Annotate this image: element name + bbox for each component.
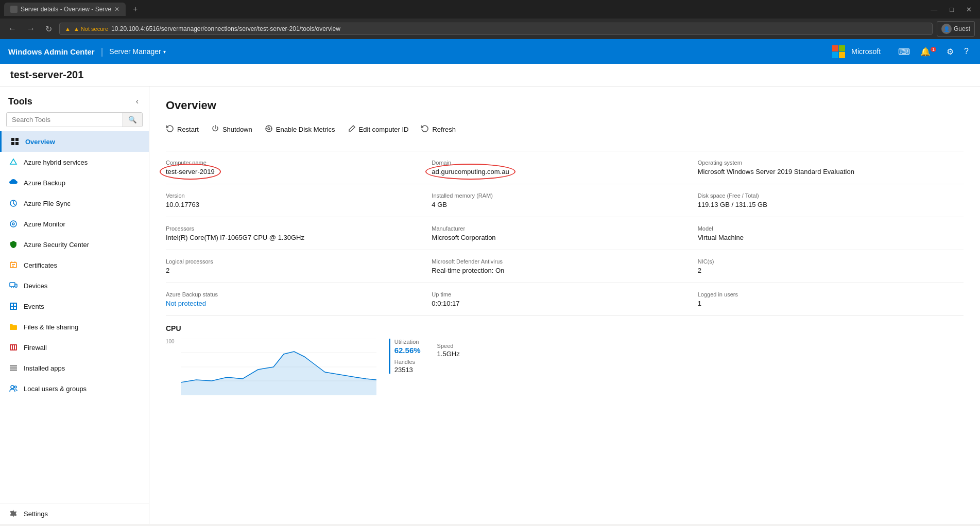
manufacturer-label: Manufacturer (432, 225, 687, 232)
svg-point-6 (10, 221, 16, 227)
sidebar-item-files[interactable]: Files & file sharing (0, 317, 149, 337)
edit-computer-id-button[interactable]: Edit computer ID (348, 122, 409, 136)
account-button[interactable]: 👤 Guest (937, 21, 975, 37)
back-button[interactable]: ← (5, 22, 20, 36)
certificates-icon (8, 260, 19, 270)
search-input[interactable] (7, 113, 123, 127)
sidebar-item-azure-backup[interactable]: Azure Backup (0, 172, 149, 193)
devices-icon (8, 280, 19, 291)
minimize-button[interactable]: — (926, 5, 941, 14)
svg-point-23 (11, 385, 14, 389)
sidebar-item-installed-apps[interactable]: Installed apps (0, 358, 149, 378)
forward-button[interactable]: → (24, 22, 38, 36)
sidebar-item-devices[interactable]: Devices (0, 275, 149, 296)
overview-title: Overview (166, 99, 964, 112)
manufacturer-value: Microsoft Corporation (432, 234, 687, 241)
logical-processors-value: 2 (166, 267, 421, 274)
svg-rect-0 (11, 138, 14, 141)
backup-value[interactable]: Not protected (166, 300, 206, 307)
address-bar[interactable]: ▲ ▲ Not secure 10.20.100.4:6516/serverma… (59, 23, 933, 35)
sidebar-header: Tools ‹ (0, 86, 149, 112)
sidebar-item-events[interactable]: Events (0, 296, 149, 317)
settings-icon[interactable]: ⚙ (943, 45, 957, 59)
sidebar-item-certificates[interactable]: Certificates (0, 255, 149, 275)
sidebar-item-azure-file-sync[interactable]: Azure File Sync (0, 193, 149, 214)
cpu-stat-utilization-group: Utilization 62.56% Handles 23513 (389, 339, 421, 374)
cpu-stats: Utilization 62.56% Handles 23513 Speed 1… (389, 339, 460, 374)
ram-label: Installed memory (RAM) (432, 192, 687, 199)
sidebar-item-firewall[interactable]: Firewall (0, 337, 149, 358)
domain-value: ad.gurucomputing.com.au (432, 168, 687, 176)
sidebar: Tools ‹ 🔍 Overview Azure hybrid services (0, 86, 149, 524)
header-divider: | (101, 46, 104, 57)
azure-security-icon (8, 239, 19, 250)
svg-rect-8 (10, 262, 16, 268)
svg-point-7 (12, 223, 14, 225)
server-manager-label: Server Manager (109, 47, 161, 56)
chevron-down-icon: ▾ (163, 49, 166, 55)
svg-rect-12 (11, 304, 13, 306)
sidebar-item-overview[interactable]: Overview (0, 131, 149, 152)
tab-title: Server details - Overview - Serve (21, 6, 111, 13)
sidebar-item-settings[interactable]: Settings (0, 503, 149, 524)
main-layout: Tools ‹ 🔍 Overview Azure hybrid services (0, 86, 980, 524)
server-name: test-server-201 (10, 69, 83, 80)
browser-nav-bar: ← → ↻ ▲ ▲ Not secure 10.20.100.4:6516/se… (0, 19, 980, 39)
logical-processors-label: Logical processors (166, 258, 421, 265)
maximize-button[interactable]: □ (945, 5, 958, 14)
terminal-icon[interactable]: ⌨ (895, 45, 913, 59)
defender-cell: Microsoft Defender Antivirus Real-time p… (432, 250, 697, 283)
sidebar-item-azure-hybrid[interactable]: Azure hybrid services (0, 152, 149, 172)
svg-marker-4 (10, 159, 16, 164)
svg-point-26 (268, 128, 270, 130)
os-value: Microsoft Windows Server 2019 Standard E… (698, 168, 953, 176)
utilization-label: Utilization (394, 339, 421, 345)
speed-label: Speed (437, 343, 460, 349)
logged-users-value: 1 (698, 300, 953, 307)
processors-cell: Processors Intel(R) Core(TM) i7-1065G7 C… (166, 217, 432, 250)
sidebar-collapse-button[interactable]: ‹ (134, 95, 141, 108)
certificates-label: Certificates (24, 261, 57, 269)
events-label: Events (24, 303, 44, 310)
sidebar-item-azure-security[interactable]: Azure Security Center (0, 234, 149, 255)
new-tab-button[interactable]: + (129, 5, 142, 14)
utilization-value: 62.56% (394, 346, 421, 355)
svg-rect-10 (15, 284, 17, 287)
shutdown-button[interactable]: Shutdown (211, 122, 252, 136)
close-window-button[interactable]: ✕ (962, 5, 976, 14)
refresh-button[interactable]: Refresh (421, 122, 456, 136)
restart-button[interactable]: Restart (166, 122, 199, 136)
reload-button[interactable]: ↻ (42, 22, 55, 36)
local-users-label: Local users & groups (24, 385, 87, 393)
sidebar-item-azure-monitor[interactable]: Azure Monitor (0, 214, 149, 234)
azure-security-label: Azure Security Center (24, 241, 89, 249)
sidebar-item-local-users[interactable]: Local users & groups (0, 378, 149, 399)
help-icon[interactable]: ? (961, 45, 972, 58)
svg-rect-1 (15, 138, 19, 141)
domain-cell: Domain ad.gurucomputing.com.au (432, 151, 697, 184)
logged-users-cell: Logged in users 1 (698, 283, 964, 316)
model-value: Virtual Machine (698, 234, 953, 241)
computer-name-circled: test-server-2019 (166, 168, 215, 176)
enable-disk-metrics-button[interactable]: Enable Disk Metrics (265, 122, 335, 136)
search-button[interactable]: 🔍 (123, 113, 142, 127)
notifications-icon[interactable]: 🔔1 (917, 45, 939, 59)
svg-point-24 (14, 386, 16, 388)
svg-rect-18 (13, 345, 14, 349)
local-users-icon (8, 383, 19, 394)
svg-rect-22 (10, 370, 17, 371)
edit-icon (348, 125, 356, 134)
defender-value: Real-time protection: On (432, 267, 687, 274)
restart-icon (166, 125, 174, 134)
computer-name-cell: Computer name test-server-2019 (166, 151, 432, 184)
browser-tab[interactable]: Server details - Overview - Serve ✕ (4, 3, 126, 16)
chart-y-max: 100 (166, 339, 175, 344)
tab-close-button[interactable]: ✕ (114, 6, 119, 13)
settings-label: Settings (24, 510, 48, 518)
svg-rect-9 (10, 283, 15, 287)
uptime-cell: Up time 0:0:10:17 (432, 283, 697, 316)
microsoft-logo-area: Microsoft (832, 45, 881, 58)
uptime-label: Up time (432, 291, 687, 297)
server-title-bar: test-server-201 (0, 64, 980, 86)
server-manager-button[interactable]: Server Manager ▾ (109, 47, 165, 56)
